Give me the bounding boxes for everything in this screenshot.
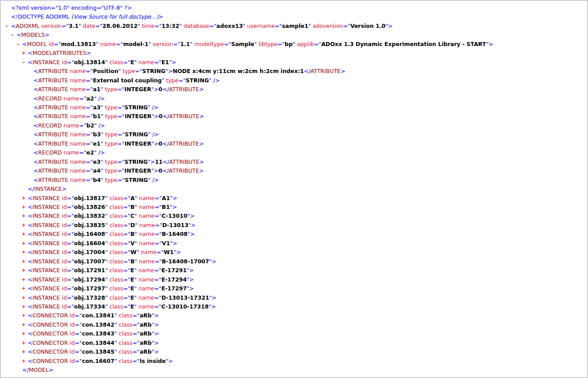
attr-name: type (166, 77, 179, 84)
punct-equals-quote: =" (154, 276, 161, 283)
attr-name: name (70, 68, 86, 74)
punct-open: </ (17, 376, 23, 378)
expand-icon[interactable]: + (22, 239, 28, 248)
collapse-icon[interactable]: - (22, 58, 28, 67)
expand-icon[interactable]: + (22, 276, 28, 284)
attr-value: obj.13835 (74, 222, 105, 228)
closing-tag-name: MODELS (23, 376, 47, 378)
gutter-spacer (27, 95, 33, 103)
element-text: 0 (159, 113, 163, 120)
xml-line: -<ADOXML version="3.1" date="28.06.2012"… (1, 22, 587, 31)
tag-name: INSTANCE (32, 258, 60, 265)
punct-close: > (49, 366, 53, 373)
closing-tag-name: ATTRIBUTE (169, 140, 199, 147)
attr-value: ADOxx 1.3 Dynamic Experimentation Librar… (321, 41, 486, 47)
attr-value: obj.13814 (74, 59, 105, 66)
attr-name: name (138, 276, 154, 283)
punct-open: < (28, 195, 32, 201)
expand-icon[interactable]: + (22, 248, 28, 257)
attr-name: name (139, 204, 154, 210)
closing-tag-name: ATTRIBUTE (169, 158, 199, 165)
punct-equals-quote: =" (75, 348, 82, 355)
attr-value: B (130, 231, 135, 237)
collapse-icon[interactable]: - (16, 40, 22, 49)
punct-open: < (28, 330, 32, 337)
closing-tag-name: ATTRIBUTE (169, 86, 199, 93)
attr-name: name (139, 258, 154, 265)
xml-line: +<CONNECTOR id="con.13841" class="aRb"> (1, 311, 587, 320)
punct-close: > (199, 113, 204, 120)
punct-equals-quote: =" (75, 330, 82, 337)
attr-name: date (83, 23, 95, 29)
punct-close: > (168, 358, 173, 364)
expand-icon[interactable]: + (22, 203, 28, 212)
punct-equals-quote: =" (86, 140, 93, 147)
expand-icon[interactable]: + (22, 303, 28, 311)
attr-name: class (109, 276, 123, 283)
xml-line: +<INSTANCE id="obj.16408" class="B" name… (1, 230, 587, 239)
punct-equals-quote: =" (86, 177, 93, 183)
attr-value: con.13845 (82, 348, 114, 355)
xml-line: +<CONNECTOR id="con.13843" class="aRb"> (1, 329, 587, 338)
attr-name: name (138, 285, 154, 292)
expand-icon[interactable]: + (22, 230, 28, 239)
attr-name: class (109, 267, 123, 274)
xml-line: +<INSTANCE id="obj.17004" class="W" name… (1, 248, 587, 257)
expand-icon[interactable]: + (22, 285, 28, 293)
punct-equals-quote: =" (67, 231, 74, 237)
expand-icon[interactable]: + (22, 339, 28, 347)
attr-value: aRb (140, 312, 152, 319)
punct-equals-quote: =" (117, 158, 125, 165)
expand-icon[interactable]: + (22, 221, 28, 230)
attr-value: aRb (140, 348, 152, 355)
punct-open: < (28, 348, 32, 355)
punct-equals-quote: =" (86, 77, 93, 84)
gutter-spacer (27, 122, 33, 130)
punct-open: < (28, 339, 32, 346)
attr-value: C-13010-17318 (161, 303, 209, 310)
collapse-icon[interactable]: - (11, 31, 17, 39)
attr-value: W1 (164, 249, 174, 255)
attr-value: a1 (93, 86, 101, 93)
punct-equals-quote: =" (179, 77, 186, 84)
expand-icon[interactable]: + (22, 348, 28, 356)
xml-line: +<INSTANCE id="obj.17294" class="E" name… (1, 275, 587, 284)
expand-icon[interactable]: + (22, 330, 28, 338)
punct-self-close: /> (151, 131, 159, 138)
punct-equals-quote: =" (123, 267, 130, 274)
attr-name: class (109, 212, 123, 219)
punct-equals-quote: =" (156, 249, 164, 255)
expand-icon[interactable]: + (22, 321, 28, 329)
xml-line: +<CONNECTOR id="con.13844" class="aRb"> (1, 339, 587, 347)
expand-icon[interactable]: + (22, 357, 28, 366)
gutter-spacer (27, 149, 33, 157)
expand-icon[interactable]: + (22, 194, 28, 203)
tag-name: ATTRIBUTE (38, 167, 68, 174)
punct-equals-quote: =" (132, 321, 140, 328)
expand-icon[interactable]: + (22, 294, 28, 302)
expand-icon[interactable]: + (22, 312, 28, 320)
attr-value: V1 (162, 240, 170, 247)
punct-close: > (189, 276, 194, 283)
expand-icon[interactable]: + (22, 258, 28, 266)
xml-line: +<CONNECTOR id="con.13842" class="aRb"> (1, 320, 587, 329)
punct-equals-quote: =" (123, 276, 130, 283)
punct-equals-quote: =" (154, 267, 161, 274)
xml-line: <ATTRIBUTE name="e1" type="INTEGER">0</A… (1, 139, 587, 148)
punct-equals-quote: =" (67, 276, 74, 283)
attr-value: STRING (125, 177, 148, 183)
expand-icon[interactable]: + (22, 49, 28, 58)
punct-equals-quote: =" (67, 240, 74, 247)
collapse-icon[interactable]: - (5, 22, 11, 31)
expand-icon[interactable]: + (22, 266, 28, 275)
expand-icon[interactable]: + (22, 212, 28, 220)
punct-equals-quote: =" (67, 59, 74, 66)
punct-equals-quote: =" (123, 258, 130, 265)
punct-self-close: /> (151, 177, 159, 183)
tag-name: ATTRIBUTE (38, 158, 68, 165)
punct-open: </ (162, 140, 169, 147)
punct-open: < (28, 303, 32, 310)
doctype-view-source-note: (View Source for full doctype...) (71, 13, 159, 20)
punct-close: > (154, 312, 159, 319)
punct-open: < (28, 285, 32, 292)
